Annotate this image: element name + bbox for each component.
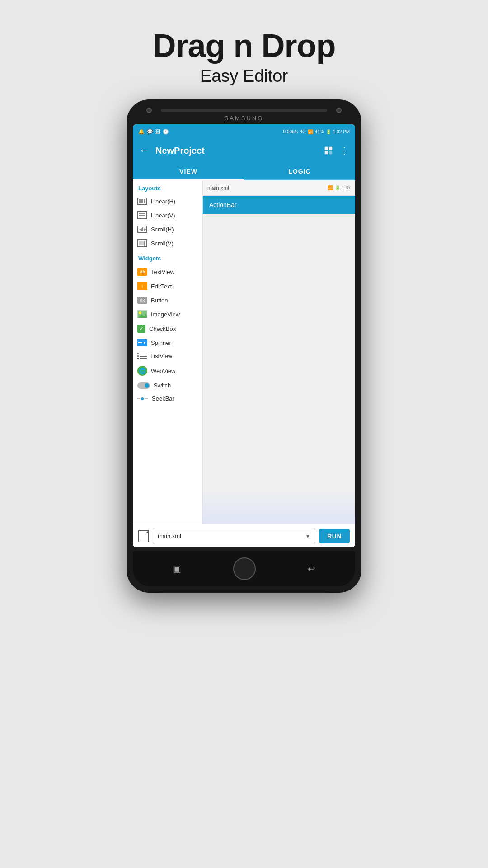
status-left: 🔔 💬 🖼 🕐 <box>138 129 169 135</box>
alarm-icon: 🔔 <box>138 129 145 135</box>
phone-screen: 🔔 💬 🖼 🕐 0.00b/s 4G 📶 41% 🔋 1:02 PM ← New… <box>133 124 355 547</box>
canvas-status: 📶 🔋 1:37 <box>328 185 351 190</box>
file-selector-text: main.xml <box>158 533 181 539</box>
button-icon: OK <box>137 297 147 304</box>
webview-icon: 🌐 <box>137 366 147 376</box>
file-selector[interactable]: main.xml ▼ <box>153 528 315 544</box>
svg-point-6 <box>139 311 141 314</box>
tab-view[interactable]: VIEW <box>133 162 244 179</box>
run-button[interactable]: RUN <box>319 529 350 543</box>
sidebar-item-scrollv[interactable]: Scroll(V) <box>133 236 202 250</box>
linearv-label: Linear(V) <box>151 212 175 219</box>
image-icon: 🖼 <box>155 129 160 134</box>
canvas-battery: 🔋 <box>335 185 340 190</box>
layouts-label: Layouts <box>133 180 202 194</box>
battery-icon: 🔋 <box>326 129 331 134</box>
canvas-actionbar: ActionBar <box>203 196 355 214</box>
sidebar-item-textview[interactable]: Ab TextView <box>133 264 202 279</box>
clock-time: 1:02 PM <box>333 129 350 134</box>
sidebar-item-linearv[interactable]: Linear(V) <box>133 208 202 222</box>
textview-icon: Ab <box>137 268 147 276</box>
svg-rect-2 <box>325 151 328 154</box>
page-subtitle: Easy Editor <box>152 66 335 86</box>
page-header: Drag n Drop Easy Editor <box>152 27 335 86</box>
layers-icon[interactable] <box>324 146 333 156</box>
canvas-preview[interactable]: ActionBar <box>203 196 355 524</box>
listview-icon <box>137 353 147 359</box>
canvas-gradient <box>203 488 355 524</box>
svg-rect-1 <box>329 147 332 150</box>
tab-bar: VIEW LOGIC <box>133 162 355 180</box>
app-bar: ← NewProject ⋮ <box>133 139 355 162</box>
phone-camera-right <box>336 108 342 113</box>
sidebar-item-checkbox[interactable]: ✓ CheckBox <box>133 321 202 336</box>
phone-top-area <box>133 108 355 113</box>
battery-level: 41% <box>315 129 324 134</box>
dropdown-arrow-icon: ▼ <box>305 533 310 539</box>
widgets-label: Widgets <box>133 250 202 264</box>
switch-icon <box>137 382 150 389</box>
canvas-time: 1:37 <box>342 185 351 190</box>
phone-speaker <box>161 108 327 112</box>
spinner-label: Spinner <box>151 340 171 346</box>
seekbar-label: SeekBar <box>152 395 174 402</box>
sidebar-item-button[interactable]: OK Button <box>133 293 202 307</box>
spinner-icon: ▼ <box>137 339 147 346</box>
samsung-label: SAMSUNG <box>133 115 355 122</box>
file-icon <box>138 530 149 542</box>
status-right: 0.00b/s 4G 📶 41% 🔋 1:02 PM <box>283 129 350 134</box>
svg-rect-3 <box>329 151 332 154</box>
scrollh-label: Scroll(H) <box>151 226 174 233</box>
edittext-label: EditText <box>151 283 172 290</box>
sidebar-item-seekbar[interactable]: SeekBar <box>133 392 202 405</box>
signal-icon: 📶 <box>308 129 313 134</box>
linearv-icon <box>137 211 147 219</box>
canvas-actionbar-text: ActionBar <box>209 201 237 208</box>
switch-label: Switch <box>154 382 171 389</box>
canvas-signal: 📶 <box>328 185 333 190</box>
sidebar-item-imageview[interactable]: ImageView <box>133 307 202 321</box>
main-content: Layouts Linear(H) Linear(V) <box>133 180 355 524</box>
phone-frame: SAMSUNG 🔔 💬 🖼 🕐 0.00b/s 4G 📶 41% 🔋 1:02 … <box>127 99 361 593</box>
listview-label: ListView <box>150 353 172 359</box>
scrollh-icon: ◀ ▶ <box>137 226 147 233</box>
network-type: 4G <box>300 129 305 134</box>
sidebar-item-listview[interactable]: ListView <box>133 349 202 363</box>
sidebar-item-scrollh[interactable]: ◀ ▶ Scroll(H) <box>133 222 202 236</box>
back-button[interactable]: ← <box>139 145 149 156</box>
more-icon[interactable]: ⋮ <box>340 145 349 156</box>
page-title: Drag n Drop <box>152 27 335 64</box>
checkbox-label: CheckBox <box>149 326 176 332</box>
button-label: Button <box>151 297 168 304</box>
svg-rect-0 <box>325 147 328 150</box>
textview-label: TextView <box>151 269 174 275</box>
sidebar-item-webview[interactable]: 🌐 WebView <box>133 363 202 379</box>
sidebar-item-switch[interactable]: Switch <box>133 379 202 392</box>
bottom-bar: main.xml ▼ RUN <box>133 524 355 547</box>
sidebar-item-edittext[interactable]: I EditText <box>133 279 202 293</box>
canvas-empty <box>203 214 355 524</box>
recents-button[interactable]: ▣ <box>173 563 181 574</box>
app-title: NewProject <box>155 146 324 156</box>
imageview-label: ImageView <box>151 311 180 318</box>
seekbar-icon <box>137 396 148 402</box>
sidebar: Layouts Linear(H) Linear(V) <box>133 180 203 524</box>
imageview-icon <box>137 310 147 318</box>
sidebar-item-spinner[interactable]: ▼ Spinner <box>133 336 202 349</box>
sidebar-item-linearh[interactable]: Linear(H) <box>133 194 202 208</box>
chat-icon: 💬 <box>147 129 153 135</box>
scrollv-label: Scroll(V) <box>151 240 174 247</box>
network-speed: 0.00b/s <box>283 129 298 134</box>
linearh-icon <box>137 198 147 205</box>
canvas-toolbar: main.xml 📶 🔋 1:37 <box>203 180 355 196</box>
scrollv-icon <box>137 239 147 247</box>
phone-navigation: ▣ ↩ <box>133 551 355 586</box>
tab-logic[interactable]: LOGIC <box>244 162 355 179</box>
back-nav-button[interactable]: ↩ <box>308 563 315 574</box>
linearh-label: Linear(H) <box>151 198 175 205</box>
app-icons: ⋮ <box>324 145 349 156</box>
phone-camera-left <box>146 108 152 113</box>
home-button[interactable] <box>233 557 256 580</box>
webview-label: WebView <box>151 368 175 374</box>
status-bar: 🔔 💬 🖼 🕐 0.00b/s 4G 📶 41% 🔋 1:02 PM <box>133 124 355 139</box>
